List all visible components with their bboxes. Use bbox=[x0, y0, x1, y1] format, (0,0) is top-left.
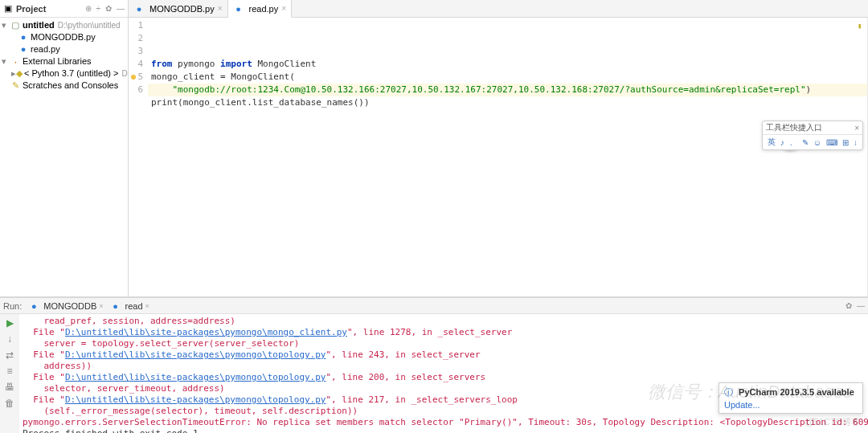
ime-icon[interactable]: 、 bbox=[789, 137, 797, 148]
code-line[interactable]: mongo_client = MongoClient( bbox=[151, 71, 864, 84]
tab-read[interactable]: ● read.py × bbox=[228, 0, 293, 18]
editor-tabs: ● MONGODDB.py × ● read.py × bbox=[129, 0, 868, 18]
close-icon[interactable]: × bbox=[281, 4, 286, 13]
console-line: File "D:\untitled\lib\site-packages\pymo… bbox=[23, 372, 865, 383]
tree-root[interactable]: ▾ ▢ untitled D:\python\untitled bbox=[0, 19, 128, 31]
gutter-line[interactable]: 4 bbox=[129, 58, 143, 71]
tree-external-libs[interactable]: ▾ ⬪ External Libraries bbox=[0, 55, 128, 67]
gutter-line[interactable]: 6 bbox=[129, 84, 143, 96]
ime-icon[interactable]: ↓ bbox=[854, 138, 858, 147]
console-line: read_pref, session, address=address) bbox=[23, 316, 865, 327]
toolbar-hide-icon[interactable]: — bbox=[117, 4, 125, 13]
toolbar-collapse-icon[interactable]: ⊕ bbox=[85, 4, 92, 13]
toolbar-divide-icon[interactable]: ÷ bbox=[96, 4, 101, 13]
run-toolbar: ▶ ↓ ⇄ ≡ 🖶 🗑 bbox=[0, 314, 19, 433]
run-wrap-icon[interactable]: ≡ bbox=[6, 366, 12, 377]
console-output[interactable]: read_pref, session, address=address) Fil… bbox=[19, 314, 868, 433]
ime-icon[interactable]: ⊞ bbox=[842, 138, 849, 147]
info-icon: ⓘ bbox=[724, 387, 733, 397]
project-toolbar: ▣ Project ⊕ ÷ ✿ — bbox=[0, 0, 128, 18]
warning-stripe-icon[interactable]: ▮ bbox=[858, 19, 864, 26]
code-line[interactable]: from pymongo import MongoClient bbox=[151, 58, 864, 71]
toolbar-gear-icon[interactable]: ✿ bbox=[105, 4, 112, 13]
tab-mongoddb[interactable]: ● MONGODDB.py × bbox=[129, 0, 228, 18]
run-config-read[interactable]: ● read × bbox=[110, 301, 149, 311]
console-line: Process finished with exit code 1 bbox=[23, 428, 865, 433]
console-line: File "D:\untitled\lib\site-packages\pymo… bbox=[23, 327, 865, 338]
toggle-icon[interactable]: ▾ bbox=[2, 19, 10, 31]
traceback-link[interactable]: D:\untitled\lib\site-packages\pymongo\to… bbox=[65, 372, 326, 382]
run-label: Run: bbox=[3, 301, 22, 311]
python-file-icon: ● bbox=[28, 301, 39, 311]
gutter-line[interactable]: 3 bbox=[129, 45, 143, 58]
run-tabs: Run: ● MONGODDB × ● read × ✿ — bbox=[0, 298, 868, 314]
traceback-link[interactable]: D:\untitled\lib\site-packages\pymongo\to… bbox=[65, 394, 326, 405]
run-stop-icon[interactable]: ↓ bbox=[7, 333, 12, 345]
ime-icon[interactable]: ☺ bbox=[813, 138, 821, 147]
run-up-down-icon[interactable]: ⇄ bbox=[6, 349, 14, 361]
close-icon[interactable]: × bbox=[145, 302, 149, 310]
project-sidebar: ▣ Project ⊕ ÷ ✿ — ▾ ▢ untitled D:\python… bbox=[0, 0, 129, 296]
ime-toolbar[interactable]: 工具栏快捷入口 × 英♪、✎☺⌨⊞↓ bbox=[762, 121, 863, 150]
python-env-icon: ◆ bbox=[16, 69, 23, 79]
console-line: server = topology.select_server(server_s… bbox=[23, 338, 865, 349]
python-file-icon: ● bbox=[110, 301, 121, 311]
project-icon: ▣ bbox=[3, 4, 13, 14]
ime-icon[interactable]: ✎ bbox=[802, 138, 809, 147]
console-line: File "D:\untitled\lib\site-packages\pymo… bbox=[23, 349, 865, 361]
ime-icon[interactable]: ♪ bbox=[780, 138, 784, 147]
close-icon[interactable]: × bbox=[99, 302, 103, 310]
toggle-icon[interactable]: ▾ bbox=[2, 55, 10, 67]
tree-python-env[interactable]: ▸ ◆ < Python 3.7 (untitled) > D:\untitl bbox=[0, 67, 128, 80]
update-notification[interactable]: ⓘ PyCharm 2019.3.5 available Update... bbox=[719, 382, 863, 414]
code-editor[interactable]: 123456 ▮ from pymongo import MongoClient… bbox=[129, 18, 868, 296]
run-print-icon[interactable]: 🖶 bbox=[5, 382, 14, 393]
console-line: address)) bbox=[23, 361, 865, 372]
gutter-line[interactable]: 5 bbox=[129, 71, 143, 84]
python-file-icon: ● bbox=[18, 33, 29, 43]
notification-title: PyCharm 2019.3.5 available bbox=[739, 387, 854, 397]
gear-icon[interactable]: ✿ bbox=[845, 301, 852, 310]
python-file-icon: ● bbox=[133, 4, 145, 14]
run-config-mongoddb[interactable]: ● MONGODDB × bbox=[28, 301, 103, 311]
editor-gutter: 123456 bbox=[129, 18, 148, 296]
run-trash-icon[interactable]: 🗑 bbox=[5, 398, 14, 409]
console-line: pymongo.errors.ServerSelectionTimeoutErr… bbox=[23, 417, 865, 428]
project-tree: ▾ ▢ untitled D:\python\untitled ● MONGOD… bbox=[0, 18, 128, 93]
code-line[interactable]: "mongodb://root:1234.Com@10.50.132.166:2… bbox=[151, 84, 864, 96]
python-file-icon: ● bbox=[233, 4, 244, 14]
hide-icon[interactable]: — bbox=[857, 301, 865, 310]
gutter-line[interactable]: 2 bbox=[129, 32, 143, 45]
gutter-line[interactable]: 1 bbox=[129, 19, 143, 32]
run-rerun-icon[interactable]: ▶ bbox=[6, 317, 14, 329]
editor-code[interactable]: ▮ from pymongo import MongoClientmongo_c… bbox=[148, 18, 867, 296]
ime-title: 工具栏快捷入口 bbox=[766, 122, 822, 133]
notification-action[interactable]: Update... bbox=[724, 400, 858, 410]
folder-icon: ▢ bbox=[10, 21, 21, 31]
ime-icon[interactable]: 英 bbox=[768, 137, 776, 148]
project-title: Project bbox=[16, 4, 46, 14]
tree-scratches[interactable]: ✎ Scratches and Consoles bbox=[0, 80, 128, 92]
python-file-icon: ● bbox=[18, 45, 29, 55]
ime-icon[interactable]: ⌨ bbox=[826, 138, 837, 147]
toggle-icon[interactable] bbox=[2, 80, 10, 92]
code-line[interactable]: print(mongo_client.list_database_names()… bbox=[151, 96, 864, 109]
traceback-link[interactable]: D:\untitled\lib\site-packages\pymongo\to… bbox=[65, 349, 326, 360]
close-icon[interactable]: × bbox=[854, 124, 859, 133]
tree-file[interactable]: ● MONGODDB.py bbox=[0, 31, 128, 43]
library-icon: ⬪ bbox=[10, 57, 21, 67]
traceback-link[interactable]: D:\untitled\lib\site-packages\pymongo\mo… bbox=[65, 327, 347, 337]
close-icon[interactable]: × bbox=[218, 4, 223, 13]
scratches-icon: ✎ bbox=[10, 81, 21, 91]
ime-icon-row: 英♪、✎☺⌨⊞↓ bbox=[763, 135, 862, 149]
tree-file[interactable]: ● read.py bbox=[0, 43, 128, 55]
